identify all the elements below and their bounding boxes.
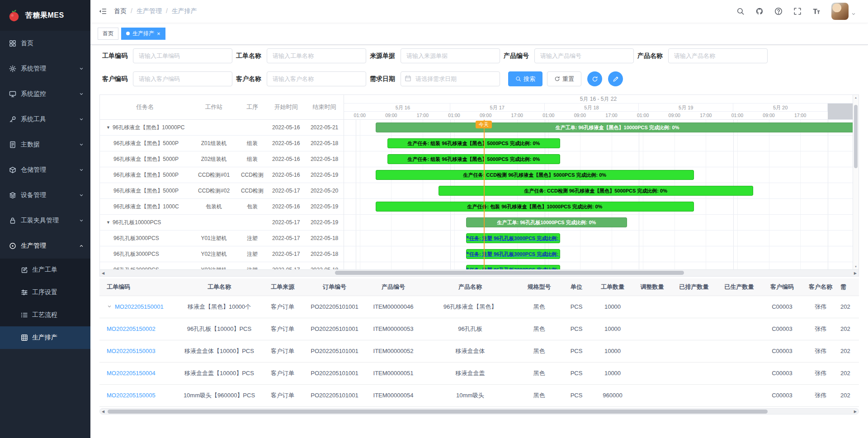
process-cell: 注塑 [237, 266, 267, 270]
sidebar-item-9[interactable]: 生产管理 [0, 233, 90, 259]
table-row[interactable]: MO202205150003移液盒盒体【10000】PCS客户订单PO20220… [99, 340, 859, 362]
filter-input[interactable] [133, 71, 232, 86]
gantt-task-bar[interactable]: 生产任务: 组装 96孔移液盒【黑色】5000PCS 完成比例: 0% [387, 138, 561, 148]
gantt-task-row[interactable]: 96孔移液盒【黑色】5000PZ01组装机组装2022-05-162022-05… [100, 136, 344, 151]
filter-input[interactable] [534, 48, 634, 63]
table-horizontal-scrollbar[interactable] [99, 408, 859, 414]
sidebar-item-2[interactable]: 系统管理 [0, 56, 90, 81]
sidebar-subitem-3[interactable]: 工艺流程 [0, 304, 90, 326]
gantt-task-bar[interactable]: 生产任务: 注塑 96孔孔板3000PCS 完成比例: 0% [466, 249, 561, 259]
gantt-task-row[interactable]: 96孔孔板10000PCS2022-05-172022-05-19 [100, 215, 344, 231]
task-name-cell: 96孔移液盒【黑色】10000PC [100, 124, 190, 132]
work-order-link[interactable]: MO202205150005 [107, 392, 156, 399]
expand-triangle-icon[interactable] [106, 125, 110, 130]
scrollbar-thumb[interactable] [854, 105, 858, 168]
sidebar-subitem-1[interactable]: 生产工单 [0, 259, 90, 281]
sidebar-item-4[interactable]: 系统工具 [0, 107, 90, 132]
gantt-task-bar[interactable]: 生产任务: 组装 96孔移液盒【黑色】5000PCS 完成比例: 0% [387, 154, 561, 164]
fullscreen-icon[interactable] [793, 7, 802, 15]
work-order-link[interactable]: MO202205150001 [115, 303, 164, 310]
sidebar-subitem-2[interactable]: 工序设置 [0, 281, 90, 304]
font-size-icon[interactable] [812, 7, 821, 15]
search-button[interactable]: 搜索 [508, 71, 542, 86]
gantt-horizontal-scrollbar[interactable] [100, 269, 859, 276]
filter-input[interactable] [133, 48, 232, 63]
breadcrumb-item[interactable]: 生产管理 [127, 7, 162, 15]
gantt-task-bar[interactable]: 生产任务: CCD检测 96孔移液盒【黑色】5000PCS 完成比例: 0% [439, 186, 753, 196]
filter-field: 需求日期 [370, 71, 500, 86]
expand-triangle-icon[interactable] [106, 220, 110, 225]
sidebar-item-7[interactable]: 设备管理 [0, 183, 90, 208]
gantt-task-row[interactable]: 96孔移液盒【黑色】1000C包装机包装2022-05-162022-05-19 [100, 199, 344, 215]
scrollbar-thumb[interactable] [335, 271, 684, 275]
table-row[interactable]: MO20220515000510mm吸头【960000】PCS客户订单PO202… [99, 384, 859, 406]
chevron-down-icon [79, 117, 84, 122]
work-order-link[interactable]: MO202205150004 [107, 370, 156, 377]
gantt-task-row[interactable]: 96孔移液盒【黑色】5000PZ02组装机组装2022-05-162022-05… [100, 151, 344, 167]
column-header: 已排产数量 [671, 278, 717, 296]
task-name-cell: 96孔移液盒【黑色】5000P [100, 187, 190, 195]
chevron-down-icon [79, 167, 84, 173]
user-menu[interactable] [831, 3, 856, 20]
gantt-task-row[interactable]: 96孔移液盒【黑色】5000PCCD检测#01CCD检测2022-05-1620… [100, 167, 344, 183]
sidebar-item-8[interactable]: 工装夹具管理 [0, 208, 90, 233]
produced-qty-cell [717, 318, 762, 340]
gantt-vertical-scrollbar[interactable] [853, 95, 859, 269]
filter-input[interactable] [267, 48, 366, 63]
gantt-task-bar[interactable]: 生产任务: 注塑 96孔孔板3000PCS 完成比例: 0% [466, 233, 561, 243]
start-time-cell: 2022-05-17 [267, 235, 305, 241]
gantt-task-bar[interactable]: 生产任务: 注塑 96孔孔板3000PCS 完成比例: 0% [466, 265, 561, 269]
task-name-cell: 96孔移液盒【黑色】5000P [100, 140, 190, 147]
filter-input[interactable] [401, 48, 500, 63]
gantt-task-bar[interactable]: 生产任务: 包装 96孔移液盒【黑色】10000PCS 完成比例: 0% [376, 202, 694, 212]
filter-field: 来源单据 [370, 48, 500, 63]
gantt-project-bar[interactable]: 生产工单: 96孔孔板10000PCS 完成比例: 0% [466, 217, 627, 227]
scrollbar-thumb[interactable] [108, 410, 768, 414]
edit-schedule-button[interactable] [608, 71, 623, 86]
close-icon[interactable] [157, 31, 160, 37]
demand-date-input[interactable] [401, 71, 500, 86]
sidebar-item-6[interactable]: 仓储管理 [0, 157, 90, 183]
search-icon[interactable] [736, 7, 745, 15]
expand-caret-icon[interactable] [107, 304, 112, 309]
sidebar-item-5[interactable]: 主数据 [0, 132, 90, 157]
reset-button[interactable]: 重置 [547, 71, 581, 86]
order-no-cell: PO202205101001 [305, 384, 364, 406]
gantt-project-bar[interactable]: 生产工单: 96孔移液盒【黑色】10000PCS 完成比例: 0% [376, 122, 853, 132]
sidebar-item-1[interactable]: 首页 [0, 31, 90, 56]
sidebar-toggle-icon[interactable] [99, 7, 107, 15]
work-order-link[interactable]: MO202205150002 [107, 325, 156, 332]
breadcrumb-item[interactable]: 首页 [114, 7, 127, 15]
tags-view-item[interactable]: 生产排产 [121, 28, 165, 40]
product-name-cell: 移液盒盒盖 [423, 362, 518, 384]
grid-line [344, 230, 853, 231]
avatar[interactable] [831, 3, 849, 20]
sidebar-subitem-4[interactable]: 生产排产 [0, 326, 90, 349]
table-row[interactable]: MO20220515000296孔孔板【10000】PCS客户订单PO20220… [99, 318, 859, 340]
gantt-task-row[interactable]: 96孔移液盒【黑色】5000PCCD检测#02CCD检测2022-05-1720… [100, 183, 344, 199]
gantt-task-row[interactable]: 96孔移液盒【黑色】10000PC2022-05-162022-05-21 [100, 120, 344, 136]
gantt-task-row[interactable]: 96孔孔板3000PCSY01注塑机注塑2022-05-172022-05-18 [100, 231, 344, 246]
unit-cell: PCS [561, 340, 592, 362]
github-icon[interactable] [755, 7, 764, 15]
filter-fields: 工单编码工单名称来源单据产品编号产品名称 [102, 48, 771, 63]
sidebar-item-3[interactable]: 系统监控 [0, 81, 90, 107]
gantt-task-bar[interactable]: 生产任务: CCD检测 96孔移液盒【黑色】5000PCS 完成比例: 0% [376, 170, 694, 180]
scheduled-qty-cell [671, 340, 717, 362]
filter-input[interactable] [267, 71, 366, 86]
product-name-cell: 10mm吸头 [423, 384, 518, 406]
tab-label: 生产排产 [132, 30, 154, 38]
table-row[interactable]: MO202205150004移液盒盒盖【10000】PCS客户订单PO20220… [99, 362, 859, 384]
help-icon[interactable] [774, 7, 783, 15]
refresh-gantt-button[interactable] [587, 71, 602, 86]
gantt-task-row[interactable]: 96孔孔板3000PCSY02注塑机注塑2022-05-172022-05-18 [100, 246, 344, 262]
filter-input[interactable] [668, 48, 768, 63]
start-time-cell: 2022-05-16 [267, 203, 305, 210]
gantt-task-row[interactable]: 96孔孔板3000PCSY03注塑机注塑2022-05-172022-05-18 [100, 262, 344, 269]
table-row[interactable]: MO202205150001移液盒【黑色】10000个客户订单PO2022051… [99, 296, 859, 318]
adjust-qty-cell [633, 384, 671, 406]
start-time-cell: 2022-05-17 [267, 188, 305, 194]
scheduled-qty-cell [671, 318, 717, 340]
work-order-link[interactable]: MO202205150003 [107, 348, 156, 354]
tags-view-item[interactable]: 首页 [98, 28, 118, 40]
